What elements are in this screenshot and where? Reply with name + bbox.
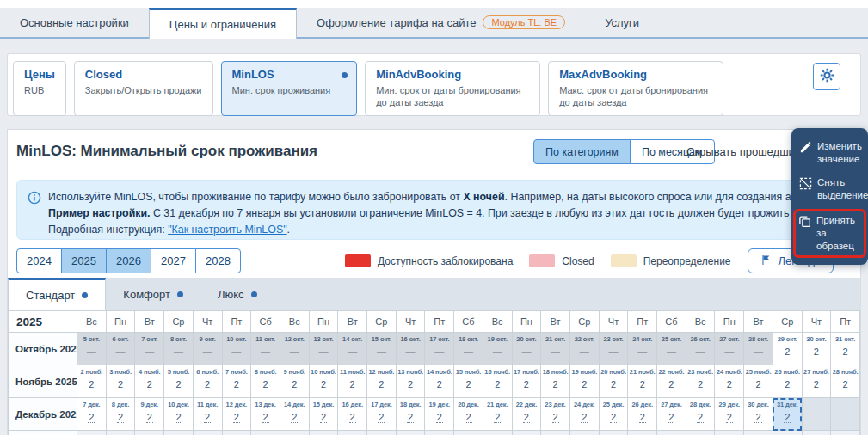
- day-cell: 19 окт.—: [483, 333, 512, 365]
- day-cell[interactable]: 19 нояб.2: [569, 365, 599, 398]
- menu-item-deselect[interactable]: Снять выделение: [795, 171, 865, 207]
- cell-date: 28 окт.: [744, 335, 773, 343]
- day-cell: 24 окт.—: [628, 333, 657, 365]
- tab-prices-restrictions[interactable]: Цены и ограничения: [149, 8, 297, 39]
- day-cell[interactable]: 19 дек.2: [425, 398, 454, 431]
- month-label: Декабрь 2025: [9, 398, 77, 431]
- day-cell[interactable]: 21 нояб.2: [628, 365, 657, 398]
- cell-date: 16 окт.: [397, 335, 425, 343]
- day-cell[interactable]: 3 нояб.2: [106, 365, 135, 398]
- day-cell: [599, 431, 628, 435]
- day-cell[interactable]: 8 дек.2: [106, 398, 135, 431]
- day-cell: [831, 398, 860, 431]
- day-cell[interactable]: 12 нояб.2: [367, 365, 397, 398]
- by-categories-button[interactable]: По категориям: [533, 139, 631, 164]
- day-cell: [106, 431, 135, 435]
- card-minlos[interactable]: MinLOSМин. срок проживания: [221, 61, 358, 116]
- category-tab-Люкс[interactable]: Люкс: [200, 278, 274, 310]
- tab-services[interactable]: Услуги: [585, 8, 659, 37]
- cell-value: 2: [454, 412, 483, 422]
- menu-item-copy[interactable]: Принять за образец: [793, 209, 866, 258]
- day-cell[interactable]: 14 дек.2: [280, 398, 309, 431]
- year-button-2026[interactable]: 2026: [106, 248, 151, 273]
- day-header: Ср: [164, 311, 194, 333]
- day-cell[interactable]: 17 нояб.2: [512, 365, 541, 398]
- day-cell[interactable]: 31 окт.2: [831, 333, 860, 365]
- day-cell[interactable]: 11 нояб.2: [338, 365, 367, 398]
- day-header: Ср: [773, 311, 802, 333]
- day-cell[interactable]: 28 дек.2: [686, 398, 715, 431]
- day-cell[interactable]: 21 дек.2: [483, 398, 512, 431]
- day-cell[interactable]: 29 дек.2: [715, 398, 744, 431]
- year-button-2028[interactable]: 2028: [195, 248, 241, 273]
- day-cell[interactable]: 13 нояб.2: [396, 365, 425, 398]
- cell-value: 2: [280, 379, 309, 389]
- day-cell[interactable]: 15 нояб.2: [454, 365, 483, 398]
- legend-row: Доступность заблокированаClosedПереопред…: [345, 248, 834, 273]
- day-cell[interactable]: 26 дек.2: [628, 398, 657, 431]
- minlos-help-link[interactable]: "Как настроить MinLOS": [168, 224, 286, 236]
- day-cell[interactable]: 26 нояб.2: [773, 365, 802, 398]
- cell-value: —: [715, 346, 743, 357]
- card-maxadvbooking[interactable]: MaxAdvBookingМакс. срок от даты брониров…: [548, 61, 723, 116]
- category-tab-Комфорт[interactable]: Комфорт: [106, 278, 200, 310]
- day-cell[interactable]: 30 окт.2: [802, 333, 831, 365]
- day-cell[interactable]: 22 дек.2: [512, 398, 541, 431]
- category-tab-Стандарт[interactable]: Стандарт: [8, 278, 106, 310]
- day-cell[interactable]: 4 нояб.2: [135, 365, 164, 398]
- cell-value: 2: [194, 379, 222, 389]
- day-cell[interactable]: 2 нояб.2: [77, 365, 107, 398]
- day-cell[interactable]: 9 нояб.2: [280, 365, 309, 398]
- day-cell[interactable]: 20 дек.2: [454, 398, 483, 431]
- day-cell[interactable]: 13 дек.2: [251, 398, 280, 431]
- day-cell[interactable]: 25 нояб.2: [744, 365, 773, 398]
- day-cell[interactable]: 10 нояб.2: [309, 365, 338, 398]
- day-cell[interactable]: 16 нояб.2: [483, 365, 512, 398]
- day-cell[interactable]: 24 нояб.2: [715, 365, 744, 398]
- day-cell[interactable]: 27 нояб.2: [802, 365, 831, 398]
- cell-date: 7 окт.: [135, 335, 163, 343]
- year-button-2027[interactable]: 2027: [151, 248, 196, 273]
- year-button-2024[interactable]: 2024: [16, 248, 62, 273]
- settings-button[interactable]: [813, 63, 840, 90]
- day-cell[interactable]: 9 дек.2: [135, 398, 164, 431]
- day-cell[interactable]: 20 нояб.2: [599, 365, 628, 398]
- day-cell[interactable]: 11 дек.2: [193, 398, 222, 431]
- day-cell[interactable]: 17 дек.2: [367, 398, 397, 431]
- day-cell[interactable]: 28 нояб.2: [831, 365, 860, 398]
- day-cell[interactable]: 18 нояб.2: [541, 365, 570, 398]
- day-cell[interactable]: 5 нояб.2: [164, 365, 194, 398]
- day-cell[interactable]: 12 дек.2: [222, 398, 251, 431]
- day-cell[interactable]: 14 нояб.2: [425, 365, 454, 398]
- day-cell[interactable]: 18 дек.2: [396, 398, 425, 431]
- day-cell[interactable]: 23 дек.2: [541, 398, 570, 431]
- cell-value: 2: [310, 379, 338, 389]
- day-cell[interactable]: 30 дек.2: [744, 398, 773, 431]
- day-cell[interactable]: 8 нояб.2: [251, 365, 280, 398]
- card-prices[interactable]: ЦеныRUB: [13, 61, 66, 116]
- day-cell[interactable]: 15 дек.2: [309, 398, 338, 431]
- tab-site-design[interactable]: Оформление тарифа на сайтеМодуль TL: BE: [297, 8, 585, 37]
- day-cell[interactable]: 6 нояб.2: [193, 365, 222, 398]
- day-cell[interactable]: 16 дек.2: [338, 398, 367, 431]
- day-cell[interactable]: 25 дек.2: [599, 398, 628, 431]
- card-closed[interactable]: ClosedЗакрыть/Открыть продажи: [74, 61, 213, 116]
- day-cell[interactable]: 23 нояб.2: [686, 365, 715, 398]
- flag-icon: [760, 254, 772, 268]
- cell-value: 2: [194, 412, 222, 422]
- cell-selected[interactable]: 31 дек.2: [773, 398, 802, 431]
- day-header: Сб: [251, 311, 280, 333]
- card-title: Цены: [24, 68, 55, 81]
- day-cell[interactable]: 29 окт.2: [773, 333, 802, 365]
- legend-swatch: [529, 254, 555, 267]
- day-cell[interactable]: 7 нояб.2: [222, 365, 251, 398]
- year-button-2025[interactable]: 2025: [61, 248, 107, 273]
- day-cell[interactable]: 10 дек.2: [164, 398, 194, 431]
- day-cell[interactable]: 27 дек.2: [657, 398, 686, 431]
- card-minadvbooking[interactable]: MinAdvBookingМин. срок от даты бронирова…: [365, 61, 540, 116]
- menu-item-pencil[interactable]: Изменить значение: [795, 135, 865, 171]
- day-cell[interactable]: 7 дек.2: [77, 398, 107, 431]
- day-cell[interactable]: 24 дек.2: [569, 398, 599, 431]
- tab-main-settings[interactable]: Основные настройки: [0, 8, 149, 37]
- day-cell[interactable]: 22 нояб.2: [657, 365, 686, 398]
